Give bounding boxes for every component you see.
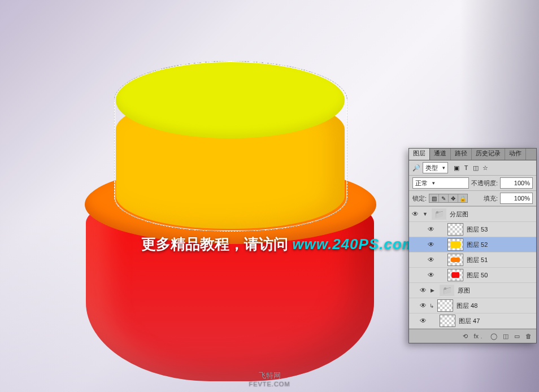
layer-thumbnail[interactable] [447, 238, 463, 251]
opacity-value: 100% [514, 179, 530, 187]
layer-name[interactable]: 图层 47 [459, 317, 480, 325]
new-group-icon[interactable]: ◫ [503, 333, 508, 340]
layer-thumbnail[interactable] [440, 315, 455, 327]
link-layers-icon[interactable]: ⟲ [463, 333, 468, 340]
lock-position-icon[interactable]: ✥ [449, 194, 458, 202]
watermark: 飞特网 FEVTE.COM [0, 371, 539, 389]
disclosure-arrow[interactable]: ▶ [431, 288, 436, 293]
lock-transparency-icon[interactable]: ▧ [429, 194, 439, 202]
layer-row-53[interactable]: 👁 图层 53 [409, 222, 536, 237]
visibility-toggle[interactable]: 👁 [427, 241, 435, 249]
visibility-toggle[interactable]: 👁 [419, 302, 427, 310]
fill-value: 100% [514, 194, 530, 202]
promo-overlay: 更多精品教程，请访问 www.240PS.com [141, 234, 416, 254]
layer-row-47[interactable]: 👁 图层 47 [409, 313, 536, 329]
promo-overlay-pre: 更多精品教程，请访问 [141, 236, 288, 252]
layer-kind-select[interactable]: 类型 [423, 162, 448, 173]
new-layer-icon[interactable]: ▭ [514, 333, 520, 340]
layer-row-50[interactable]: 👁 图层 50 [409, 268, 536, 283]
jar-artwork [62, 40, 401, 373]
tab-history[interactable]: 历史记录 [472, 149, 505, 160]
layer-thumbnail[interactable] [447, 269, 463, 281]
lock-pixels-icon[interactable]: ✎ [439, 194, 449, 202]
layer-row-48[interactable]: 👁 ↳ 图层 48 [409, 298, 536, 313]
layer-kind-label: 类型 [425, 164, 438, 172]
layer-filter-icons: ▣ T ◫ ☆ [453, 164, 489, 172]
layer-name[interactable]: 原图 [458, 286, 470, 295]
panel-footer: ⟲ fx﹒ ◯ ◫ ▭ 🗑 [409, 329, 536, 343]
fill-label: 填充: [484, 194, 498, 203]
layer-name[interactable]: 图层 51 [467, 256, 488, 264]
clip-indicator-icon: ↳ [429, 303, 434, 309]
layer-name[interactable]: 图层 48 [457, 302, 477, 310]
search-icon: 🔎 [412, 164, 420, 172]
filter-smart-icon[interactable]: ☆ [481, 164, 489, 172]
opacity-field[interactable]: 100% [500, 177, 533, 189]
layer-name[interactable]: 图层 52 [467, 241, 488, 249]
folder-icon [440, 285, 454, 296]
layer-name[interactable]: 图层 50 [467, 271, 488, 280]
visibility-toggle[interactable]: 👁 [427, 225, 435, 233]
layer-row-52[interactable]: 👁 图层 52 [409, 237, 536, 252]
blend-row: 正常 不透明度: 100% [409, 176, 536, 191]
filter-pixel-icon[interactable]: ▣ [453, 164, 460, 172]
add-mask-icon[interactable]: ◯ [490, 333, 497, 340]
panel-tabs: 图层 通道 路径 历史记录 动作 [409, 149, 536, 160]
visibility-toggle[interactable]: 👁 [419, 286, 427, 294]
promo-overlay-url: www.240PS.com [292, 236, 416, 252]
layer-thumbnail[interactable] [437, 299, 453, 312]
layer-row-group-original[interactable]: 👁 ▶ 原图 [409, 283, 536, 298]
layer-row-group-main[interactable]: 👁 ▼ 分层图 [409, 207, 536, 222]
delete-layer-icon[interactable]: 🗑 [525, 333, 532, 339]
fill-field[interactable]: 100% [500, 193, 533, 204]
visibility-toggle[interactable]: 👁 [427, 256, 435, 264]
lock-buttons: ▧ ✎ ✥ 🔒 [429, 194, 468, 203]
visibility-toggle[interactable]: 👁 [411, 210, 419, 218]
filter-text-icon[interactable]: T [462, 164, 470, 171]
jar-body [86, 186, 374, 381]
layer-list: 👁 ▼ 分层图 👁 图层 53 👁 图层 52 👁 图层 51 👁 [409, 206, 536, 329]
tab-layers[interactable]: 图层 [409, 149, 430, 160]
filter-row: 🔎 类型 ▣ T ◫ ☆ [409, 160, 536, 176]
folder-icon [432, 208, 446, 220]
blend-mode-value: 正常 [415, 179, 428, 187]
layer-name[interactable]: 图层 53 [467, 225, 488, 234]
tab-actions[interactable]: 动作 [505, 149, 526, 160]
disclosure-arrow[interactable]: ▼ [423, 211, 428, 217]
blend-mode-select[interactable]: 正常 [412, 177, 469, 189]
tab-channels[interactable]: 通道 [430, 149, 451, 160]
jar-cap-top [116, 62, 345, 138]
lock-label: 锁定: [412, 194, 427, 203]
visibility-toggle[interactable]: 👁 [419, 317, 427, 325]
visibility-toggle[interactable]: 👁 [427, 271, 435, 279]
layer-fx-icon[interactable]: fx﹒ [473, 332, 485, 341]
lock-row: 锁定: ▧ ✎ ✥ 🔒 填充: 100% [409, 191, 536, 206]
layer-row-51[interactable]: 👁 图层 51 [409, 252, 536, 268]
watermark-line1: 飞特网 [0, 371, 539, 381]
lock-all-icon[interactable]: 🔒 [458, 194, 467, 202]
layer-thumbnail[interactable] [447, 223, 463, 236]
watermark-line2: FEVTE.COM [0, 380, 539, 389]
layer-name[interactable]: 分层图 [450, 210, 468, 219]
layers-panel: 图层 通道 路径 历史记录 动作 🔎 类型 ▣ T ◫ ☆ 正常 不透明度: 1… [408, 148, 537, 343]
filter-shape-icon[interactable]: ◫ [472, 164, 480, 172]
layer-thumbnail[interactable] [447, 254, 463, 266]
tab-paths[interactable]: 路径 [451, 149, 472, 160]
opacity-label: 不透明度: [471, 179, 498, 188]
